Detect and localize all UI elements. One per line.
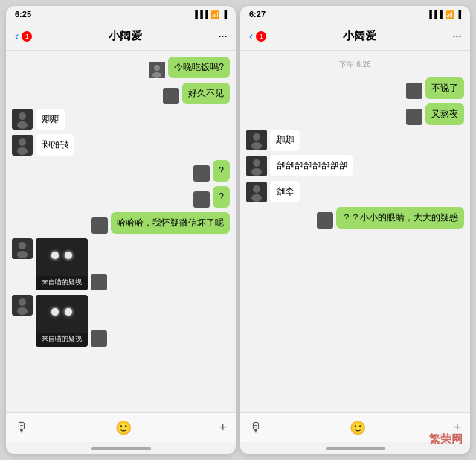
toolbar-1: 🎙 🙂 + <box>6 412 236 442</box>
svg-point-7 <box>19 138 26 146</box>
home-bar-1 <box>91 447 151 450</box>
avatar <box>163 88 179 104</box>
cat-caption-2: 来自喵的疑视 <box>36 333 88 347</box>
bubble: ? <box>213 160 230 182</box>
bubble: 又熬夜 <box>425 103 464 125</box>
phone-2: 6:27 ▐▐▐ 📶 ▐ ‹ 1 小阔爱 ··· 下午 6:26 不说了 <box>240 6 470 454</box>
bubble: ? <box>213 186 230 208</box>
bubble: 哈哈哈，我怀疑微信坏了呢 <box>111 212 230 234</box>
more-button-1[interactable]: ··· <box>218 28 227 44</box>
bubble: 李晗 <box>270 181 300 202</box>
svg-point-2 <box>152 72 161 78</box>
signal-icon-2: ▐▐▐ <box>427 10 443 19</box>
cat-eye <box>65 308 72 316</box>
contact-name-2: 小阔爱 <box>343 29 376 43</box>
more-button-2[interactable]: ··· <box>452 28 461 44</box>
avatar <box>91 217 108 234</box>
battery-icon: ▐ <box>222 10 227 19</box>
bubble: 哈哈哈哈哈哈哈哈 <box>270 155 353 176</box>
svg-point-8 <box>17 147 28 155</box>
cat-image-bubble: 来自喵的疑视 <box>36 238 88 290</box>
avatar <box>406 83 422 99</box>
msg-row: 来自喵的疑视 <box>12 295 230 347</box>
time-label-2: 下午 6:26 <box>246 60 464 70</box>
cat-caption: 来自喵的疑视 <box>36 276 88 290</box>
plus-icon[interactable]: + <box>219 420 227 435</box>
avatar <box>12 238 33 259</box>
avatar <box>246 156 267 176</box>
avatar <box>406 109 422 125</box>
emoji-icon[interactable]: 🙂 <box>115 420 132 436</box>
msg-row: 哦哦 <box>12 109 230 130</box>
svg-point-23 <box>251 194 262 202</box>
back-badge-2: 1 <box>256 31 266 42</box>
battery-icon-2: ▐ <box>456 10 461 19</box>
voice-icon-2[interactable]: 🎙 <box>249 420 263 435</box>
msg-row: 哈哈哈，我怀疑微信坏了呢 <box>12 212 230 234</box>
avatar <box>12 135 33 156</box>
cat-eye <box>51 308 59 316</box>
watermark: 繁荣网 <box>429 432 463 447</box>
msg-row: ? <box>12 160 230 182</box>
chat-area-2: 下午 6:26 不说了 又熬夜 哦哦 <box>240 51 470 412</box>
bubble: 好久不见 <box>182 83 230 104</box>
svg-point-20 <box>251 168 262 176</box>
status-bar-1: 6:25 ▐▐▐ 📶 ▐ <box>6 6 236 22</box>
avatar <box>246 182 267 202</box>
cat-eye <box>65 252 72 259</box>
msg-row: ? <box>12 186 230 208</box>
contact-name-1: 小阔爱 <box>109 29 142 43</box>
svg-point-17 <box>251 142 262 150</box>
svg-point-16 <box>253 133 260 141</box>
avatar <box>12 109 33 130</box>
sender-avatar-2 <box>91 330 107 347</box>
msg-row: 李晗 <box>246 181 464 202</box>
avatar <box>193 165 210 182</box>
msg-row: 哦哦 <box>246 130 464 151</box>
svg-point-19 <box>253 159 260 167</box>
msg-row: 又熬夜 <box>246 103 464 125</box>
chat-area-1: 今晚吃饭吗? 好久不见 哦哦 <box>6 51 236 412</box>
svg-point-10 <box>19 242 26 249</box>
avatar <box>317 212 333 229</box>
msg-row: 哈哈哈哈哈哈哈哈 <box>246 155 464 176</box>
back-chevron-icon: ‹ <box>15 30 19 43</box>
svg-point-14 <box>17 307 28 315</box>
bubble: 哦哦 <box>36 109 65 130</box>
msg-row: 好的呀 <box>12 134 230 156</box>
cat-image-bubble-2: 来自喵的疑视 <box>36 295 88 347</box>
msg-row: 好久不见 <box>12 83 230 104</box>
wifi-icon: 📶 <box>210 10 219 19</box>
bubble: 哦哦 <box>270 130 300 151</box>
svg-point-11 <box>17 251 28 258</box>
home-bar-2 <box>326 447 385 450</box>
cat-eye <box>51 252 59 259</box>
status-icons-1: ▐▐▐ 📶 ▐ <box>193 10 227 19</box>
back-button-1[interactable]: ‹ 1 <box>15 30 32 43</box>
avatar <box>149 62 165 78</box>
svg-point-13 <box>19 298 26 306</box>
time-2: 6:27 <box>249 10 266 19</box>
msg-row: 不说了 <box>246 77 464 99</box>
back-badge-1: 1 <box>22 31 32 42</box>
nav-bar-1: ‹ 1 小阔爱 ··· <box>6 22 236 51</box>
avatar <box>246 130 267 150</box>
svg-point-1 <box>154 65 160 71</box>
back-chevron-icon-2: ‹ <box>249 30 253 43</box>
status-icons-2: ▐▐▐ 📶 ▐ <box>427 10 461 19</box>
svg-point-4 <box>19 112 26 120</box>
voice-icon[interactable]: 🎙 <box>15 420 28 435</box>
bubble: ？？小小的眼睛，大大的疑惑 <box>336 207 464 229</box>
time-1: 6:25 <box>15 10 31 19</box>
wifi-icon-2: 📶 <box>445 10 454 19</box>
svg-point-22 <box>253 185 260 193</box>
sender-avatar <box>91 274 107 290</box>
msg-row: 今晚吃饭吗? <box>12 57 230 78</box>
msg-row: 来自喵的疑视 <box>12 238 230 290</box>
bubble: 今晚吃饭吗? <box>168 57 230 78</box>
back-button-2[interactable]: ‹ 1 <box>249 30 266 43</box>
avatar <box>193 191 210 208</box>
avatar <box>12 295 33 316</box>
emoji-icon-2[interactable]: 🙂 <box>350 420 366 436</box>
bubble: 不说了 <box>425 77 464 99</box>
